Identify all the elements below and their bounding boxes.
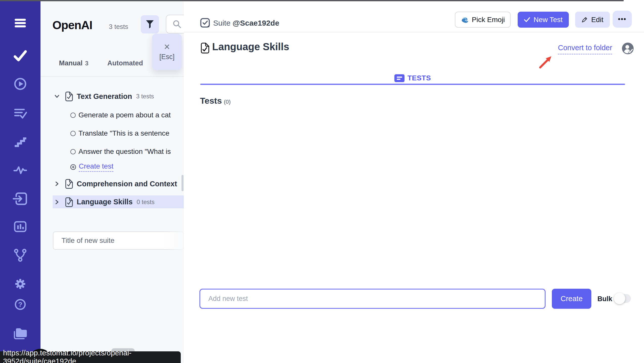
panel-scrollbar-thumb[interactable] (182, 175, 184, 191)
card-icon (394, 74, 405, 82)
tests-count-badge: (0) (224, 99, 231, 105)
filter-button[interactable] (141, 15, 159, 33)
test-row[interactable]: Generate a poem about a cat (41, 110, 184, 121)
close-icon[interactable]: × (164, 43, 170, 50)
sidebar: ? (0, 0, 41, 363)
file-check-icon (200, 42, 210, 55)
tab-manual-label: Manual (59, 59, 83, 67)
help-icon[interactable]: ? (0, 297, 41, 312)
tests-tab-label: TESTS (408, 74, 431, 82)
suite-row-comprehension[interactable]: Comprehension and Context (41, 178, 184, 189)
active-tab-underline (200, 84, 625, 85)
suite-row-text-generation[interactable]: Text Generation 3 tests (41, 91, 184, 102)
chevron-down-icon[interactable] (54, 93, 60, 99)
settings-icon[interactable] (0, 276, 41, 292)
app-window: ? OpenAI 3 tests × [Esc] Manual3 Automat… (0, 0, 644, 363)
suite-row-language-skills-selected[interactable]: Language Skills 0 tests (41, 195, 184, 208)
create-test-link[interactable]: Create test (79, 162, 113, 172)
tab-automated[interactable]: Automated (107, 59, 143, 67)
test-name: Generate a poem about a cat (78, 111, 171, 119)
page-title: Language Skills (212, 41, 289, 52)
suite-header: Suite @Scae192de Pick Emoji New Test E (184, 0, 644, 32)
pick-emoji-label: Pick Emoji (472, 16, 505, 24)
new-test-label: New Test (534, 16, 563, 24)
new-suite-input[interactable] (53, 231, 184, 250)
steps-icon[interactable] (0, 134, 41, 149)
create-button[interactable]: Create (552, 289, 591, 309)
suite-name: Comprehension and Context (77, 180, 177, 188)
edit-label: Edit (591, 16, 603, 24)
more-actions-button[interactable]: ••• (613, 11, 632, 28)
test-name: Answer the question "What is (78, 148, 171, 156)
tests-section-heading: Tests(0) (200, 96, 231, 106)
analytics-icon[interactable] (0, 219, 41, 234)
add-test-input[interactable] (199, 289, 546, 309)
pencil-icon (581, 17, 588, 23)
search-icon (172, 20, 182, 29)
plus-circle-icon[interactable] (70, 164, 76, 170)
test-row[interactable]: Translate "This is a sentence (41, 128, 184, 139)
file-check-icon (65, 197, 73, 207)
svg-text:?: ? (18, 301, 23, 308)
filter-close-popup: × [Esc] (152, 34, 182, 70)
create-test-row: Create test (41, 161, 184, 173)
main-content: Suite @Scae192de Pick Emoji New Test E (184, 0, 644, 363)
assignee-avatar[interactable] (622, 43, 634, 54)
bulk-toggle[interactable] (615, 294, 631, 303)
bulk-label: Bulk (597, 295, 612, 303)
suite-count: 0 tests (137, 198, 155, 206)
import-icon[interactable] (0, 191, 41, 207)
suite-count: 3 tests (136, 93, 154, 100)
chevron-right-icon[interactable] (54, 181, 60, 187)
branches-icon[interactable] (0, 247, 41, 263)
tab-tests[interactable]: TESTS (200, 70, 625, 86)
new-suite-field-wrap (53, 231, 184, 250)
pick-emoji-button[interactable]: Pick Emoji (455, 12, 511, 28)
suite-breadcrumb: Suite @Scae192de (213, 19, 279, 27)
bulk-toggle-knob[interactable] (614, 293, 625, 304)
test-plans-icon[interactable] (0, 106, 41, 121)
test-status-icon (70, 131, 76, 136)
runs-icon[interactable] (0, 76, 41, 92)
suite-id: @Scae192de (233, 19, 279, 27)
filter-icon (146, 20, 154, 29)
pulse-icon[interactable] (0, 162, 41, 177)
menu-icon[interactable] (0, 15, 41, 31)
chevron-right-icon[interactable] (54, 199, 60, 205)
suite-check-icon (200, 18, 210, 29)
project-test-count: 3 tests (109, 23, 128, 31)
test-row[interactable]: Answer the question "What is (41, 146, 184, 157)
tab-manual[interactable]: Manual3 (59, 59, 88, 67)
suites-panel: OpenAI 3 tests × [Esc] Manual3 Automated… (41, 0, 184, 363)
wave-emoji-icon (461, 16, 468, 24)
suite-label: Suite (213, 19, 230, 27)
tests-icon[interactable] (0, 48, 41, 63)
status-url-tooltip: https://app.testomat.io/projects/openai-… (0, 351, 181, 363)
file-check-icon (65, 178, 73, 189)
new-test-button[interactable]: New Test (518, 12, 569, 28)
project-title: OpenAI (52, 18, 92, 32)
tab-manual-count: 3 (85, 60, 88, 67)
convert-to-folder-link[interactable]: Convert to folder (558, 44, 612, 55)
suite-name: Language Skills (77, 198, 133, 206)
create-label: Create (560, 295, 582, 303)
test-name: Translate "This is a sentence (78, 129, 169, 137)
ellipsis-icon: ••• (618, 15, 626, 23)
esc-hint-label: [Esc] (159, 53, 174, 61)
search-input[interactable] (166, 15, 184, 33)
annotation-arrow-icon (538, 54, 554, 71)
window-top-edge (0, 0, 624, 1)
suite-name: Text Generation (77, 92, 132, 101)
test-status-icon (70, 113, 76, 118)
tab-automated-label: Automated (107, 59, 143, 67)
test-status-icon (70, 149, 76, 154)
edit-button[interactable]: Edit (575, 12, 610, 28)
tests-heading-label: Tests (200, 96, 222, 105)
check-icon (524, 17, 530, 23)
file-check-icon (65, 91, 73, 102)
projects-icon[interactable] (0, 325, 41, 341)
